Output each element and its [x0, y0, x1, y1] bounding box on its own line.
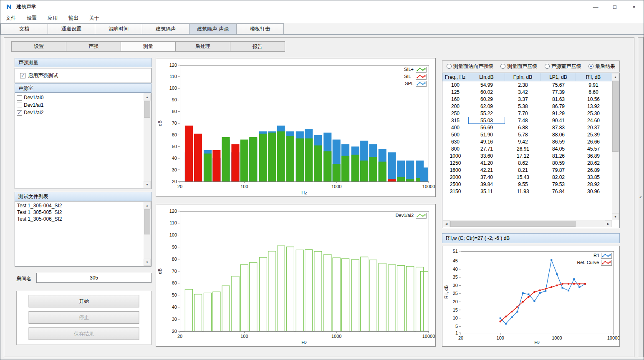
table-row[interactable]: 100033.6017.1281.2636.89 — [442, 152, 612, 159]
table-cell[interactable]: 80.59 — [541, 159, 576, 166]
table-hscroll[interactable]: ◀ ▶ — [443, 220, 612, 227]
sub-tab-1[interactable]: 声强 — [66, 41, 121, 52]
table-cell[interactable]: 100 — [442, 81, 468, 88]
table-cell[interactable]: 9.55 — [505, 181, 541, 188]
table-cell[interactable]: 25.39 — [576, 131, 611, 138]
menu-item-0[interactable]: 文件 — [0, 13, 21, 23]
main-tab-2[interactable]: 混响时间 — [95, 23, 142, 34]
scroll-left-icon[interactable]: ◀ — [443, 220, 450, 227]
table-row[interactable]: 125041.208.6280.5928.62 — [442, 159, 612, 166]
scrollbar-thumb[interactable] — [144, 101, 150, 118]
table-cell[interactable]: 3.42 — [505, 88, 541, 96]
scroll-right-icon[interactable]: ▶ — [605, 220, 612, 227]
channel-checkbox[interactable] — [17, 103, 22, 108]
main-tab-0[interactable]: 文档 — [0, 23, 48, 34]
table-cell[interactable]: 49.16 — [468, 138, 505, 145]
table-cell[interactable]: 26.66 — [576, 138, 611, 145]
scroll-up-icon[interactable]: ▲ — [144, 93, 151, 101]
table-row[interactable]: 12560.023.4277.396.60 — [442, 88, 612, 96]
channel-item[interactable]: Dev1/ai0 — [15, 94, 143, 101]
start-button[interactable]: 开始 — [29, 295, 139, 307]
main-tab-4[interactable]: 建筑隔声-声强 — [189, 23, 237, 34]
table-cell[interactable]: 2.38 — [505, 81, 541, 88]
table-row[interactable]: 40056.696.8887.8320.37 — [442, 124, 612, 131]
main-tab-3[interactable]: 建筑隔声 — [142, 23, 189, 34]
table-cell[interactable]: 79.53 — [541, 181, 576, 188]
column-header[interactable]: LIn,dB — [468, 73, 505, 81]
sub-tab-0[interactable]: 设置 — [11, 41, 66, 52]
radio-button[interactable] — [447, 64, 452, 69]
table-cell[interactable]: 6.88 — [505, 124, 541, 131]
table-cell[interactable]: 87.83 — [541, 124, 576, 131]
radio-option-2[interactable]: 声源室声压级 — [545, 63, 581, 70]
table-cell[interactable]: 54.99 — [468, 81, 505, 88]
spl-chart-svg[interactable]: 203040506070809010011012020100100010000H… — [156, 204, 435, 346]
table-cell[interactable]: 315 — [442, 117, 468, 124]
table-cell[interactable]: 90.41 — [541, 117, 576, 124]
table-cell[interactable]: 1250 — [442, 159, 468, 166]
scroll-up-icon[interactable]: ▲ — [612, 73, 619, 81]
scroll-down-icon[interactable]: ▼ — [144, 181, 151, 188]
table-cell[interactable]: 60.29 — [468, 96, 505, 103]
si-chart-svg[interactable]: 203040506070809010011012020100100010000H… — [156, 58, 435, 196]
table-cell[interactable]: 88.06 — [541, 131, 576, 138]
table-cell[interactable]: 8.21 — [505, 166, 541, 174]
room-name-input[interactable]: 305 — [36, 273, 152, 283]
table-cell[interactable]: 125 — [442, 88, 468, 96]
table-row[interactable]: 10054.992.3875.679.91 — [442, 81, 612, 88]
sub-tab-3[interactable]: 后处理 — [175, 41, 230, 52]
table-row[interactable]: 31555.037.4890.4124.60 — [442, 117, 612, 124]
scroll-down-icon[interactable]: ▼ — [144, 259, 151, 266]
table-cell[interactable]: 1600 — [442, 166, 468, 174]
table-cell[interactable]: 17.12 — [505, 152, 541, 159]
ri-chart-svg[interactable]: 5145403530252015105120100100010000HzR'I,… — [442, 246, 619, 346]
table-cell[interactable]: 9.42 — [505, 138, 541, 145]
table-cell[interactable]: 630 — [442, 138, 468, 145]
radio-option-0[interactable]: 测量面法向声强级 — [447, 63, 493, 70]
table-cell[interactable]: 30.96 — [576, 188, 611, 195]
table-cell[interactable]: 86.79 — [541, 103, 576, 110]
table-row[interactable]: 160042.218.2179.8726.89 — [442, 166, 612, 174]
table-cell[interactable]: 56.69 — [468, 124, 505, 131]
table-cell[interactable]: 81.26 — [541, 152, 576, 159]
table-cell[interactable]: 26.89 — [576, 166, 611, 174]
table-vscroll[interactable]: ▲ ▼ — [612, 73, 619, 220]
table-cell[interactable]: 41.20 — [468, 159, 505, 166]
main-tab-5[interactable]: 楼板打击 — [236, 23, 284, 34]
channel-item[interactable]: ✓Dev1/ai2 — [15, 109, 143, 116]
radio-button[interactable] — [545, 64, 550, 69]
table-cell[interactable]: 77.39 — [541, 88, 576, 96]
scrollbar-thumb[interactable] — [144, 209, 150, 234]
table-cell[interactable]: 5.38 — [505, 103, 541, 110]
save-results-button[interactable]: 保存结果 — [29, 327, 139, 340]
table-cell[interactable]: 62.09 — [468, 103, 505, 110]
main-tab-1[interactable]: 通道设置 — [48, 23, 95, 34]
table-cell[interactable]: 6.60 — [576, 88, 611, 96]
menu-item-4[interactable]: 关于 — [84, 13, 105, 23]
table-cell[interactable]: 7.48 — [505, 117, 541, 124]
scroll-down-icon[interactable]: ▼ — [612, 213, 619, 220]
table-cell[interactable]: 800 — [442, 145, 468, 152]
table-cell[interactable]: 250 — [442, 110, 468, 117]
file-list-scrollbar[interactable]: ▲ ▼ — [144, 202, 151, 266]
close-button[interactable]: × — [624, 0, 644, 13]
table-cell[interactable]: 28.92 — [576, 181, 611, 188]
table-cell[interactable]: 33.60 — [468, 152, 505, 159]
table-cell[interactable]: 200 — [442, 103, 468, 110]
table-cell[interactable]: 2000 — [442, 174, 468, 181]
file-list-item[interactable]: Test 1_305-006_SI2 — [15, 216, 143, 222]
table-cell[interactable]: 82.02 — [541, 174, 576, 181]
radio-option-1[interactable]: 测量面声压级 — [500, 63, 537, 70]
menu-item-2[interactable]: 应用 — [42, 13, 63, 23]
menu-item-1[interactable]: 设置 — [21, 13, 42, 23]
table-cell[interactable]: 8.62 — [505, 159, 541, 166]
table-row[interactable]: 16060.293.3781.6310.56 — [442, 96, 612, 103]
table-cell[interactable]: 3150 — [442, 188, 468, 195]
minimize-button[interactable]: — — [586, 0, 605, 13]
table-cell[interactable]: 84.05 — [541, 145, 576, 152]
table-row[interactable]: 50051.905.7888.0625.39 — [442, 131, 612, 138]
table-row[interactable]: 250039.849.5579.5328.92 — [442, 181, 612, 188]
table-cell[interactable]: 13.92 — [576, 103, 611, 110]
table-cell[interactable]: 51.90 — [468, 131, 505, 138]
table-cell[interactable]: 81.63 — [541, 96, 576, 103]
